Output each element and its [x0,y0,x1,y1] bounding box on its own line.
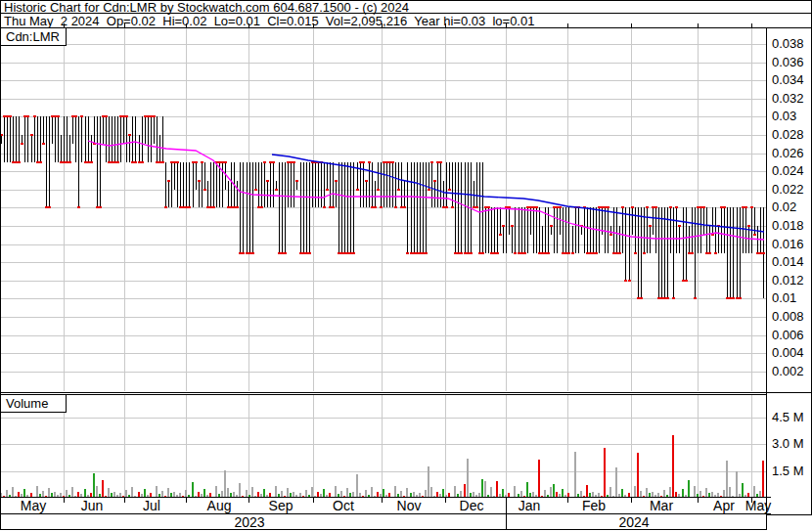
close-mark [263,161,266,163]
header-divider [0,13,812,14]
price-bar [712,207,713,235]
price-bar [733,207,734,298]
price-bar [207,181,208,207]
price-bar [154,116,155,144]
month-gridline-volume [567,395,568,497]
price-gridline [0,335,766,336]
price-bar [255,162,256,190]
price-bar [204,162,205,190]
volume-bar [672,435,674,498]
close-mark [380,206,383,208]
close-mark [167,180,170,182]
price-axis-label: 0.014 [772,255,804,269]
close-mark [460,252,463,254]
volume-bar [742,483,744,498]
close-mark [161,161,164,163]
month-label: Dec [460,499,484,513]
price-bar [494,207,495,253]
price-bar [69,135,70,162]
close-mark [685,280,688,282]
price-bar [300,162,301,253]
close-mark [368,161,371,163]
month-gridline-volume [751,395,752,497]
price-bar [458,162,459,253]
price-bar [613,207,614,253]
price-bar [237,181,238,207]
price-bar [4,116,5,162]
price-bar [240,162,241,253]
price-bar [581,226,582,235]
price-bar [341,162,342,253]
close-mark [335,180,338,182]
price-gridline [0,372,766,373]
price-bar [312,162,313,207]
price-bar [103,116,104,144]
price-bar [321,162,322,207]
price-bar [142,116,143,162]
volume-gridline [0,471,766,472]
close-mark [48,206,51,208]
price-bar [210,162,211,207]
price-bar [303,162,304,253]
price-bar [521,207,522,253]
close-mark [487,206,490,208]
close-mark [691,252,694,254]
close-mark [762,252,765,254]
price-bar [49,116,50,207]
price-axis-label: 0.024 [772,164,804,178]
price-bar [19,116,20,162]
month-tick-top [124,23,125,27]
year-label: 2024 [618,515,649,530]
close-mark [30,134,33,136]
price-bar [106,116,107,162]
close-mark [425,252,428,254]
price-bar [180,162,181,207]
price-bar [530,207,531,235]
price-bar [715,207,716,253]
price-bar [336,181,337,207]
month-gridline-volume [313,395,314,497]
price-bar [279,162,280,253]
price-bar [114,116,115,162]
volume-bar [604,448,606,498]
price-axis-label: 0.002 [772,365,804,378]
price-bar [737,207,738,298]
price-bar [324,162,325,207]
price-bar [213,162,214,207]
price-bar [123,116,124,144]
price-bar [72,116,73,144]
close-mark [753,234,756,236]
close-mark [744,206,747,208]
price-bar [527,207,528,253]
close-mark [9,115,12,117]
price-bar [638,207,639,298]
price-bar [159,135,160,162]
month-tick-top [313,23,314,27]
price-bar [285,162,286,253]
close-mark [362,161,365,163]
month-tick-bottom [313,498,314,503]
close-mark [732,297,735,299]
month-label: May [21,499,46,513]
volume-bar [239,483,241,498]
price-bar [625,207,626,281]
volume-bar [484,481,486,498]
price-bar [676,207,677,253]
close-mark [332,206,335,208]
close-mark [723,206,726,208]
price-bar [132,116,133,162]
price-bar [417,162,418,253]
price-bar [193,162,194,207]
price-bar [745,207,746,253]
price-bar [455,162,456,253]
volume-bar [192,482,194,498]
price-bar [542,226,543,253]
price-bar [231,162,232,207]
close-mark [496,252,499,254]
stockwatch-historic-chart: Historic Chart for Cdn:LMR by Stockwatch… [0,0,812,531]
volume-axis-label: 1.5 M [772,465,804,478]
month-tick-bottom [186,498,187,503]
year-divider [506,498,507,529]
close-mark [439,161,442,163]
close-mark [702,206,705,208]
